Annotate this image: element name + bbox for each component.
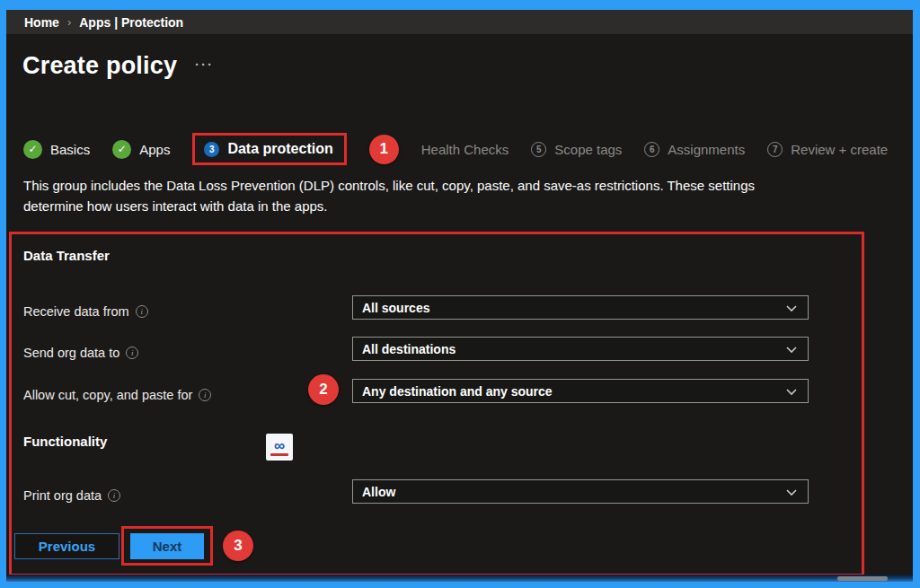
watermark-logo: ∞: [266, 434, 293, 461]
field-label-text: Print org data: [23, 488, 102, 503]
breadcrumb-home-link[interactable]: Home: [24, 15, 59, 30]
field-label-text: Allow cut, copy, and paste for: [23, 388, 192, 402]
step-scope-tags[interactable]: 5 Scope tags: [531, 142, 622, 157]
breadcrumb: Home › Apps | Protection: [6, 10, 913, 34]
chevron-down-icon: [784, 485, 799, 499]
info-icon[interactable]: i: [199, 389, 211, 401]
scrollbar-thumb[interactable]: [837, 576, 888, 581]
step-apps[interactable]: ✓ Apps: [112, 140, 170, 159]
breadcrumb-separator: ›: [67, 15, 71, 29]
dropdown-value: Allow: [362, 485, 784, 499]
chevron-down-icon: [784, 384, 799, 399]
wizard-steps: ✓ Basics ✓ Apps 3 Data protection 1 Heal…: [23, 129, 913, 169]
portal-content: Home › Apps | Protection Create policy ·…: [6, 10, 913, 582]
check-icon: ✓: [23, 140, 42, 159]
step-basics[interactable]: ✓ Basics: [23, 140, 90, 159]
bottom-status-strip: [6, 575, 913, 582]
step-data-protection-label: Data protection: [227, 141, 332, 157]
step-assignments-label: Assignments: [668, 142, 745, 157]
field-label-print-org-data: Print org data i: [23, 483, 120, 507]
group-description: This group includes the Data Loss Preven…: [23, 175, 769, 216]
previous-button[interactable]: Previous: [14, 533, 119, 559]
chevron-down-icon: [784, 342, 799, 356]
page-title: Create policy: [22, 52, 177, 80]
field-label-send-org-data-to: Send org data to i: [23, 340, 138, 364]
info-icon[interactable]: i: [136, 305, 148, 318]
annotation-marker-3: 3: [223, 531, 253, 561]
step-scope-tags-label: Scope tags: [554, 142, 622, 157]
step-apps-label: Apps: [139, 142, 170, 157]
dropdown-value: Any destination and any source: [362, 384, 784, 399]
annotation-marker-1: 1: [369, 135, 399, 164]
section-heading-functionality: Functionality: [23, 434, 107, 449]
watermark-text-line: [270, 453, 288, 456]
info-icon[interactable]: i: [126, 347, 138, 359]
field-label-allow-cut-copy-paste: Allow cut, copy, and paste for i: [23, 382, 211, 407]
field-label-receive-data-from: Receive data from i: [23, 299, 148, 323]
screen-frame: Home › Apps | Protection Create policy ·…: [0, 0, 920, 588]
print-org-data-dropdown[interactable]: Allow: [352, 479, 809, 504]
breadcrumb-apps-protection-link[interactable]: Apps | Protection: [79, 15, 183, 30]
step-health-checks[interactable]: Health Checks: [421, 142, 509, 157]
check-icon: ✓: [112, 140, 131, 159]
cut-copy-paste-dropdown[interactable]: Any destination and any source: [352, 379, 809, 403]
send-org-data-to-dropdown[interactable]: All destinations: [352, 337, 809, 361]
annotation-box-next: Next: [121, 526, 213, 566]
receive-data-from-dropdown[interactable]: All sources: [352, 295, 809, 320]
section-heading-data-transfer: Data Transfer: [23, 248, 110, 263]
step-review-create-label: Review + create: [791, 142, 888, 157]
step-number-icon: 6: [644, 142, 659, 157]
next-button[interactable]: Next: [130, 533, 204, 559]
step-number-icon: 3: [204, 142, 219, 157]
field-label-text: Receive data from: [23, 304, 129, 319]
dropdown-value: All sources: [362, 301, 784, 315]
step-basics-label: Basics: [50, 142, 90, 157]
step-health-checks-label: Health Checks: [421, 142, 509, 157]
step-assignments[interactable]: 6 Assignments: [644, 142, 745, 157]
dropdown-value: All destinations: [362, 342, 784, 356]
annotation-marker-2: 2: [308, 374, 339, 405]
more-options-icon[interactable]: ···: [195, 57, 214, 72]
info-icon[interactable]: i: [108, 489, 120, 502]
chevron-down-icon: [784, 301, 799, 315]
step-number-icon: 5: [531, 142, 546, 157]
step-number-icon: 7: [767, 142, 783, 157]
infinity-icon: ∞: [274, 439, 285, 452]
field-label-text: Send org data to: [23, 346, 119, 360]
step-review-create[interactable]: 7 Review + create: [767, 142, 888, 157]
step-data-protection[interactable]: 3 Data protection: [192, 133, 346, 165]
